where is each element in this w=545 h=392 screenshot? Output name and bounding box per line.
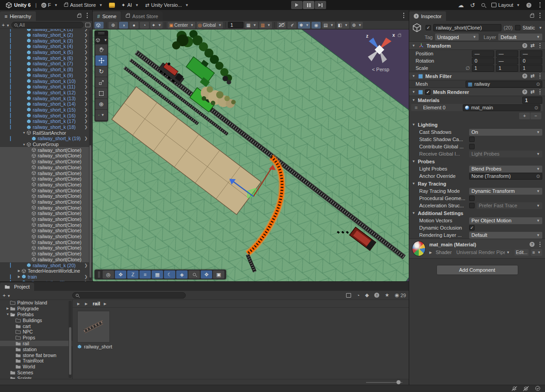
project-folder-row[interactable]: cart (0, 323, 72, 329)
hierarchy-item[interactable]: railway_short(Clone) (0, 193, 92, 199)
remove-material-button[interactable]: − (530, 113, 541, 119)
hierarchy-item[interactable]: ▼CurveGroup (0, 142, 92, 147)
chevron-right-icon[interactable]: ▶ (77, 302, 81, 306)
hierarchy-item[interactable]: railway_short_k (8)❯ (0, 67, 92, 73)
project-folder-row[interactable]: NPC (0, 329, 72, 335)
project-folder-row[interactable]: ▼Prefabs (0, 312, 72, 318)
add-component-button[interactable]: Add Component (436, 265, 518, 275)
hierarchy-item[interactable]: railway_short(Clone) (0, 211, 92, 216)
hierarchy-item[interactable]: railway_short_k (15)❯ (0, 107, 92, 113)
hierarchy-item[interactable]: railway_short_k (6)❯ (0, 55, 92, 61)
help-icon[interactable]: ? (522, 89, 527, 94)
view-tool-button[interactable] (95, 44, 107, 55)
hierarchy-item[interactable]: railway_short_k (5)❯ (0, 49, 92, 55)
lock-icon[interactable] (77, 15, 81, 18)
tab-inspector[interactable]: i Inspector (409, 11, 446, 21)
package-notification[interactable] (107, 0, 117, 10)
section-foldout[interactable]: ▼Ray Tracing (409, 180, 545, 187)
hierarchy-item[interactable]: railway_short_k (19)❯ (0, 136, 92, 142)
custom-tool-button[interactable]: ◦▼ (95, 110, 107, 120)
materials-foldout[interactable]: ▼ Materials 1 (409, 96, 545, 104)
scene-effects-dropdown[interactable]: ✦▼ (150, 22, 163, 29)
active-checkbox[interactable]: ✓ (426, 25, 431, 30)
layout-dropdown[interactable]: Layout ▼ (491, 2, 520, 8)
kebab-menu-icon[interactable] (538, 43, 542, 49)
overlay-drag-handle[interactable] (98, 271, 100, 278)
link-scale-icon[interactable]: ∅ (466, 65, 470, 71)
project-tree-scrollbar[interactable] (69, 301, 72, 378)
help-icon[interactable]: ? (530, 242, 535, 247)
hierarchy-item[interactable]: ▼RailStartAnchor (0, 130, 92, 136)
perspective-label[interactable]: < Persp (359, 67, 402, 72)
search-icon[interactable] (481, 3, 485, 7)
hierarchy-item[interactable]: railway_short_k (7)❯ (0, 61, 92, 67)
project-search-input[interactable] (72, 292, 186, 299)
effects-toggle-dropdown[interactable]: ✱▼ (298, 22, 310, 29)
Rendering Layer ...-dropdown[interactable]: Default▼ (469, 232, 542, 239)
foldout-icon[interactable]: ▶ (429, 250, 433, 255)
rotation-x-field[interactable]: 0 (472, 58, 494, 64)
history-icon[interactable]: ↺ (470, 2, 475, 9)
lock-icon[interactable] (530, 15, 534, 18)
gizmos-dropdown[interactable]: ⊕▼ (351, 22, 363, 29)
tab-asset-store[interactable]: Asset Store (121, 11, 163, 21)
project-folder-row[interactable]: stone flat brown (0, 352, 72, 358)
hierarchy-item[interactable]: railway_short(Clone) (0, 159, 92, 165)
pivot-mode-dropdown[interactable]: ▣Center▼ (168, 22, 195, 29)
audio-toggle-button[interactable]: ♪ (287, 22, 297, 29)
project-folder-row[interactable]: Palmov Island (0, 300, 72, 306)
Receive Global I...-dropdown[interactable]: Light Probes▼ (469, 151, 542, 157)
search-by-type-icon[interactable]: ◔ (357, 293, 360, 298)
presets-icon[interactable]: ⇄ (530, 43, 535, 49)
hierarchy-item[interactable]: railway_short(Clone) (0, 165, 92, 171)
alert-icon[interactable]: ! (374, 293, 379, 298)
gameobject-name-field[interactable]: railway_short(Clone) (433, 24, 501, 31)
scale-x-field[interactable]: 1 (472, 65, 494, 72)
foldout-icon[interactable]: ▼ (412, 74, 416, 78)
notifications-muted-icon[interactable] (512, 386, 517, 391)
layer-dropdown[interactable]: Default▼ (498, 34, 542, 40)
tool-settings-button[interactable] (94, 22, 104, 29)
static-checkbox[interactable] (515, 25, 520, 30)
light-mode-button[interactable]: ☾ (164, 270, 175, 279)
hierarchy-item[interactable]: railway_short(Clone) (0, 170, 92, 176)
gizmo-lock-icon[interactable] (398, 34, 401, 37)
Dynamic Occlusion-checkbox[interactable]: ✓ (469, 225, 475, 230)
Static Shadow Ca...-checkbox[interactable] (469, 137, 475, 142)
Acceleration Struc...-checkbox[interactable] (469, 203, 475, 208)
move-tool-button[interactable] (95, 55, 107, 66)
hierarchy-item[interactable]: railway_short(Clone) (0, 222, 92, 228)
create-add-button[interactable]: +▼ (2, 22, 10, 28)
availability-button[interactable]: Z (127, 270, 139, 279)
foldout-icon[interactable]: ▼ (412, 44, 416, 48)
project-folder-row[interactable]: Buildings (0, 317, 72, 323)
mesh-renderer-header[interactable]: ▼ ▦ ✓ Mesh Renderer ? ⇄ (409, 88, 545, 96)
picker-icon[interactable] (85, 23, 90, 27)
draw-mode-shadows-button[interactable]: ◔ (140, 22, 149, 29)
project-folder-row[interactable]: Props (0, 335, 72, 341)
object-picker-icon[interactable]: ⊙ (536, 82, 540, 87)
Anchor Override-object-field[interactable]: None (Transform)⊙ (469, 173, 542, 180)
section-foldout[interactable]: ▼Additional Settings (409, 209, 545, 217)
camera-settings-dropdown[interactable]: ◧▼ (337, 22, 349, 29)
scene-visibility-button[interactable]: ◉ (312, 22, 321, 29)
snap-settings-dropdown[interactable]: ▥▼ (259, 22, 272, 29)
hierarchy-item[interactable]: ▶train❯ (0, 274, 92, 280)
transform-component-header[interactable]: ▼ Transform ? ⇄ (409, 41, 545, 50)
material-asset-header[interactable]: mat_main (Material) ? ▶ Shader Universal… (409, 239, 545, 259)
thumbnail-zoom-slider[interactable] (366, 382, 402, 383)
presets-icon[interactable]: ⇄ (530, 73, 535, 79)
project-folder-row[interactable]: TrainRoot (0, 358, 72, 364)
help-icon[interactable]: ? (522, 74, 527, 78)
renderer-enabled-checkbox[interactable]: ✓ (425, 89, 431, 95)
hierarchy-item[interactable]: railway_short_k (20)❯ (0, 262, 92, 268)
grid-size-field[interactable]: 1 (228, 22, 243, 28)
search-by-label-icon[interactable]: ◆ (365, 292, 369, 298)
mesh-object-field[interactable]: ▦ railway ⊙ (466, 81, 542, 88)
shader-list-dropdown[interactable]: ≡▼ (531, 249, 542, 256)
position-x-field[interactable]: — (472, 50, 494, 57)
account-menu[interactable]: @ F ▼ (40, 0, 60, 10)
hierarchy-item[interactable]: railway_short(Clone) (0, 187, 92, 193)
hierarchy-item[interactable]: railway_short(Clone) (0, 153, 92, 159)
hierarchy-item[interactable]: railway_short_k (3)❯ (0, 38, 92, 44)
